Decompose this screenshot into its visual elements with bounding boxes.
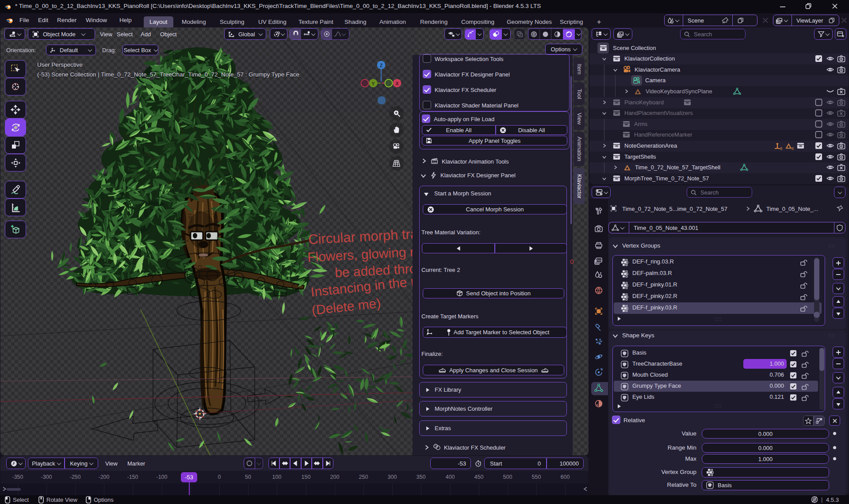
svg-text:Y: Y <box>371 81 375 86</box>
svg-text:Z: Z <box>380 63 383 68</box>
svg-text:X: X <box>395 81 399 86</box>
svg-text:Flowers, glowing r: Flowers, glowing r <box>307 244 414 265</box>
svg-text:Circular morph tra: Circular morph tra <box>308 226 418 247</box>
